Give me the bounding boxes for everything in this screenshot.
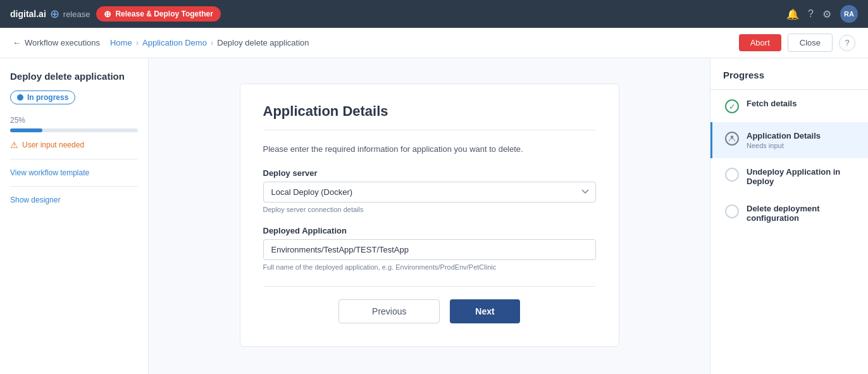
progress-icon-pending-undeploy	[725, 168, 739, 182]
warning-icon: ⚠	[10, 140, 18, 150]
badge-icon: ⊕	[104, 9, 111, 19]
logo: digital.ai ⊕ release	[10, 7, 90, 21]
sidebar-divider-1	[10, 159, 138, 159]
main-layout: Deploy delete application In progress 25…	[0, 58, 868, 374]
deploy-server-select[interactable]: Local Deploy (Docker)	[263, 182, 596, 203]
breadcrumb-sep-1: ›	[136, 38, 139, 47]
company-name: digital.ai	[10, 9, 46, 19]
deploy-server-label: Deploy server	[263, 168, 596, 178]
abort-button[interactable]: Abort	[739, 34, 781, 51]
page-help-icon[interactable]: ?	[839, 35, 855, 51]
svg-point-0	[731, 135, 733, 138]
form-divider	[263, 130, 596, 130]
back-label: Workflow executions	[25, 38, 100, 47]
progress-item-name: Fetch details	[747, 99, 797, 108]
settings-icon[interactable]: ⚙	[822, 8, 831, 20]
deployed-app-hint: Full name of the deployed application, e…	[263, 263, 596, 271]
release-badge[interactable]: ⊕ Release & Deploy Together	[96, 6, 221, 22]
show-designer-link[interactable]: Show designer	[10, 196, 138, 204]
bottom-divider	[263, 286, 596, 287]
progress-item-name-undeploy: Undeploy Application in Deploy	[747, 167, 855, 186]
breadcrumb-bar: ← Workflow executions Home › Application…	[0, 28, 868, 58]
progress-item-undeploy: Undeploy Application in Deploy	[710, 158, 868, 195]
progress-percent: 25%	[10, 116, 25, 125]
breadcrumb-sep-2: ›	[211, 38, 213, 47]
user-input-needed: ⚠ User input needed	[10, 140, 138, 150]
breadcrumb-current: Deploy delete application	[217, 38, 309, 47]
next-button[interactable]: Next	[450, 299, 519, 323]
progress-item-delete-config: Delete deployment configuration	[710, 195, 868, 232]
nav-left: digital.ai ⊕ release ⊕ Release & Deploy …	[10, 6, 221, 22]
user-input-label: User input needed	[22, 140, 84, 149]
person-icon	[728, 135, 736, 142]
form-actions: Previous Next	[263, 299, 596, 323]
back-to-workflow[interactable]: ← Workflow executions	[13, 38, 100, 47]
release-icon: ⊕	[50, 7, 59, 21]
deploy-server-hint: Deploy server connection details	[263, 206, 596, 213]
sidebar-divider-2	[10, 186, 138, 187]
status-dot-icon	[17, 94, 23, 101]
progress-bar-background	[10, 128, 138, 132]
progress-row: 25%	[10, 111, 138, 125]
progress-item-app-details: Application Details Needs input	[710, 122, 868, 158]
breadcrumb-app[interactable]: Application Demo	[142, 38, 207, 47]
view-workflow-template-link[interactable]: View workflow template	[10, 168, 138, 177]
progress-item-name-appdetails: Application Details	[747, 131, 821, 140]
product-name: release	[63, 9, 90, 19]
help-icon[interactable]: ?	[808, 8, 814, 20]
progress-item-name-delete: Delete deployment configuration	[747, 204, 855, 223]
progress-text-undeploy: Undeploy Application in Deploy	[747, 167, 855, 186]
content-area: Application Details Please enter the req…	[149, 58, 710, 374]
close-button[interactable]: Close	[788, 34, 833, 52]
previous-button[interactable]: Previous	[338, 299, 440, 323]
progress-icon-done: ✓	[725, 99, 739, 113]
status-label: In progress	[27, 93, 68, 102]
deploy-server-group: Deploy server Local Deploy (Docker) Depl…	[263, 168, 596, 213]
breadcrumb-home[interactable]: Home	[110, 38, 132, 47]
sidebar: Deploy delete application In progress 25…	[0, 58, 149, 374]
progress-icon-pending-delete	[725, 204, 739, 218]
breadcrumb-actions: Abort Close ?	[739, 34, 855, 52]
avatar[interactable]: RA	[840, 5, 858, 23]
form-title: Application Details	[263, 103, 596, 120]
deployed-app-input[interactable]	[263, 239, 596, 260]
badge-label: Release & Deploy Together	[115, 9, 213, 18]
sidebar-title: Deploy delete application	[10, 71, 138, 82]
nav-right: 🔔 ? ⚙ RA	[786, 5, 858, 23]
deployed-app-group: Deployed Application Full name of the de…	[263, 226, 596, 271]
top-navigation: digital.ai ⊕ release ⊕ Release & Deploy …	[0, 0, 868, 28]
progress-item-fetch-details: ✓ Fetch details	[710, 90, 868, 122]
breadcrumb: Home › Application Demo › Deploy delete …	[110, 38, 309, 47]
progress-panel-title: Progress	[710, 58, 868, 90]
notifications-icon[interactable]: 🔔	[786, 8, 799, 20]
progress-text-fetch: Fetch details	[747, 99, 797, 108]
progress-text-appdetails: Application Details Needs input	[747, 131, 821, 149]
progress-text-delete: Delete deployment configuration	[747, 204, 855, 223]
form-description: Please enter the required information fo…	[263, 143, 596, 156]
back-arrow-icon: ←	[13, 38, 21, 47]
progress-item-sub-appdetails: Needs input	[747, 142, 821, 149]
status-badge: In progress	[10, 90, 75, 104]
deployed-app-label: Deployed Application	[263, 226, 596, 235]
progress-bar-fill	[10, 128, 42, 132]
progress-panel: Progress ✓ Fetch details Application Det…	[710, 58, 868, 374]
progress-icon-active	[725, 132, 739, 146]
form-card: Application Details Please enter the req…	[240, 84, 619, 347]
